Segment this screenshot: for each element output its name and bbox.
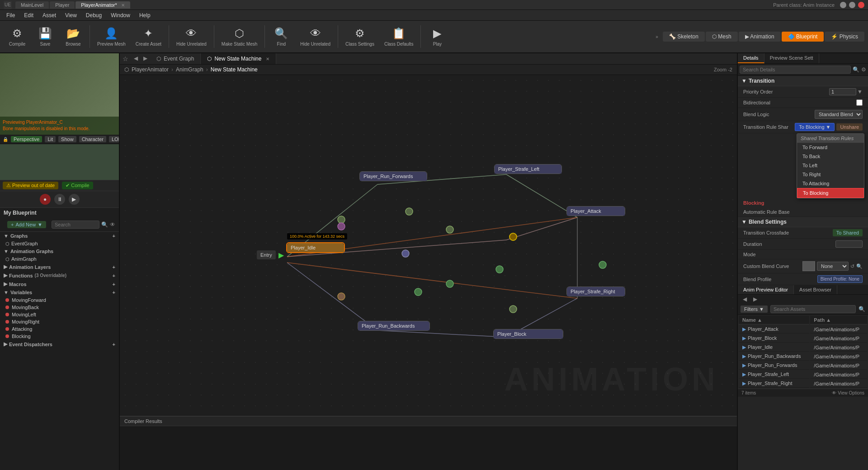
priority-order-input[interactable] — [829, 88, 856, 95]
create-asset-button[interactable]: ✦ Create Asset — [131, 22, 166, 51]
close-tab-icon[interactable]: ✕ — [121, 3, 125, 8]
variable-item-movingleft[interactable]: MovingLeft — [0, 311, 119, 318]
asset-row[interactable]: ▶Player_Idle/Game/Animations/P — [739, 343, 867, 352]
add-new-button[interactable]: + Add New ▼ — [7, 221, 46, 228]
dropdown-to-forward[interactable]: To Forward — [797, 143, 864, 152]
col-path[interactable]: Path ▲ — [810, 316, 867, 324]
duration-input[interactable] — [835, 240, 863, 248]
node-player-strafe-right[interactable]: Player_Block — [493, 329, 563, 339]
tab-animation[interactable]: ▶ Animation — [739, 32, 781, 42]
eye-icon[interactable]: 👁 — [110, 221, 115, 228]
node-player-run-fwd[interactable]: Player_Run_Forwards — [359, 171, 427, 181]
hide-unrelated2-button[interactable]: 👁 Hide Unrelated — [296, 22, 335, 51]
tab-new-state-machine[interactable]: ⬡ New State Machine ✕ — [201, 53, 276, 64]
close-button[interactable] — [858, 2, 864, 8]
blend-curve-reset-icon[interactable]: ↺ — [850, 263, 854, 269]
animation-graphs-header[interactable]: ▼ Animation Graphs — [0, 247, 119, 255]
blend-settings-header[interactable]: ▼ Blend Settings — [738, 217, 868, 227]
unshare-button[interactable]: Unshare — [836, 123, 863, 131]
asset-row[interactable]: ▶Player_Strafe_Right/Game/Animations/P — [739, 380, 867, 388]
transition-section-header[interactable]: ▼ Transition — [738, 76, 868, 86]
hide-unrelated-button[interactable]: 👁 Hide Unrelated — [172, 22, 211, 51]
asset-browser-tab[interactable]: Asset Browser — [794, 285, 837, 294]
tab-playeranimator[interactable]: PlayerAnimator* ✕ — [75, 1, 130, 9]
event-dispatchers-add-icon[interactable]: + — [113, 342, 115, 347]
asset-row[interactable]: ▶Player_Run_Forwards/Game/Animations/P — [739, 362, 867, 370]
make-static-mesh-button[interactable]: ⬡ Make Static Mesh — [217, 22, 262, 51]
variables-header[interactable]: ▼ Variables + — [0, 288, 119, 296]
class-defaults-button[interactable]: 📋 Class Defaults — [380, 22, 418, 51]
bidirectional-checkbox[interactable] — [856, 99, 863, 106]
dropdown-to-left[interactable]: To Left — [797, 161, 864, 170]
breadcrumb-anim-graph[interactable]: AnimGraph — [176, 66, 203, 73]
col-name[interactable]: Name ▲ — [739, 316, 809, 324]
compile-btn[interactable]: ✔ Compile — [62, 182, 93, 189]
graphs-section-header[interactable]: ▼ Graphs + — [0, 232, 119, 240]
find-button[interactable]: 🔍 Find — [268, 22, 295, 51]
anim-preview-editor-tab[interactable]: Anim Preview Editor — [738, 285, 794, 294]
dropdown-to-back[interactable]: To Back — [797, 152, 864, 161]
macros-header[interactable]: ▶ Macros + — [0, 280, 119, 288]
menu-edit[interactable]: Edit — [19, 11, 38, 19]
close-state-machine-tab-icon[interactable]: ✕ — [266, 56, 269, 61]
node-player-strafe-left[interactable]: Player_Strafe_Left — [494, 164, 562, 174]
menu-asset[interactable]: Asset — [38, 11, 61, 19]
asset-row[interactable]: ▶Player_Run_Backwards/Game/Animations/P — [739, 352, 867, 361]
tab-mesh[interactable]: ⬡ Mesh — [706, 32, 738, 42]
animation-layers-header[interactable]: ▶ Animation Layers + — [0, 263, 119, 271]
blueprint-search-input[interactable] — [52, 221, 99, 229]
blend-curve-search-icon[interactable]: 🔍 — [856, 263, 863, 269]
node-player-attack[interactable]: Player_Attack — [566, 206, 625, 216]
blend-logic-dropdown[interactable]: Standard Blend — [815, 110, 863, 119]
filters-button[interactable]: Filters ▼ — [741, 306, 768, 313]
event-graph-item[interactable]: ⬡ EventGraph — [0, 240, 119, 247]
asset-forward-icon[interactable]: ▶ — [751, 296, 760, 303]
details-search-input[interactable] — [740, 66, 851, 74]
minimize-button[interactable] — [840, 2, 846, 8]
node-graph[interactable]: Entry ▶ 100.0% Active for 143.32 secs Pl… — [120, 75, 737, 416]
viewport-lit-btn[interactable]: Lit — [45, 136, 56, 142]
blend-curve-dropdown[interactable]: None — [817, 262, 849, 271]
node-player-run-bwd[interactable]: Player_Run_Backwards — [358, 321, 430, 331]
node-player-block[interactable]: Player_Strafe_Right — [566, 287, 625, 296]
tab-mainlevel[interactable]: MainLevel — [15, 1, 49, 9]
details-options-icon[interactable]: ⚙ — [861, 66, 866, 73]
variable-item-blocking[interactable]: Blocking — [0, 333, 119, 340]
menu-file[interactable]: File — [2, 11, 19, 19]
class-settings-button[interactable]: ⚙ Class Settings — [341, 22, 379, 51]
blend-profile-display[interactable]: Blend Profile: None — [817, 275, 863, 283]
save-button[interactable]: 💾 Save — [32, 22, 59, 51]
tab-physics[interactable]: ⚡ Physics — [825, 32, 864, 42]
details-tab[interactable]: Details — [738, 53, 764, 63]
forward-button[interactable]: ▶ — [69, 194, 80, 205]
asset-row[interactable]: ▶Player_Strafe_Left/Game/Animations/P — [739, 371, 867, 379]
menu-debug[interactable]: Debug — [81, 11, 106, 19]
functions-add-icon[interactable]: + — [113, 273, 115, 278]
variable-item-movingright[interactable]: MovingRight — [0, 318, 119, 325]
viewport-lod-btn[interactable]: LOD — [109, 136, 119, 142]
menu-window[interactable]: Window — [106, 11, 135, 19]
node-player-idle[interactable]: 100.0% Active for 143.32 secs Player_Idl… — [286, 242, 345, 253]
dropdown-to-attacking[interactable]: To Attacking — [797, 179, 864, 188]
variable-item-movingback[interactable]: MovingBack — [0, 304, 119, 311]
asset-back-icon[interactable]: ◀ — [741, 296, 749, 303]
tab-blueprint[interactable]: 🔷 Blueprint — [782, 32, 824, 42]
functions-header[interactable]: ▶ Functions (3 Overridable) + — [0, 271, 119, 280]
dropdown-to-right[interactable]: To Right — [797, 170, 864, 179]
priority-order-expand-icon[interactable]: ▼ — [857, 89, 863, 95]
tab-event-graph[interactable]: ⬡ Event Graph — [150, 53, 201, 64]
view-options-label[interactable]: 👁 View Options — [832, 390, 864, 395]
graph-forward-icon[interactable]: ▶ — [141, 53, 150, 64]
tab-skeleton[interactable]: 🦴 Skeleton — [663, 32, 705, 42]
menu-help[interactable]: Help — [135, 11, 155, 19]
asset-row[interactable]: ▶Player_Block/Game/Animations/P — [739, 334, 867, 343]
macros-add-icon[interactable]: + — [113, 282, 115, 287]
graphs-add-icon[interactable]: + — [113, 233, 115, 239]
play-button[interactable]: ▶ Play — [424, 22, 451, 51]
menu-view[interactable]: View — [61, 11, 81, 19]
animation-layers-add-icon[interactable]: + — [113, 264, 115, 270]
expand-icon[interactable]: » — [656, 34, 658, 39]
variable-item-attacking[interactable]: Attacking — [0, 325, 119, 333]
variables-add-icon[interactable]: + — [113, 290, 115, 295]
viewport-perspective-btn[interactable]: Perspective — [11, 136, 42, 142]
